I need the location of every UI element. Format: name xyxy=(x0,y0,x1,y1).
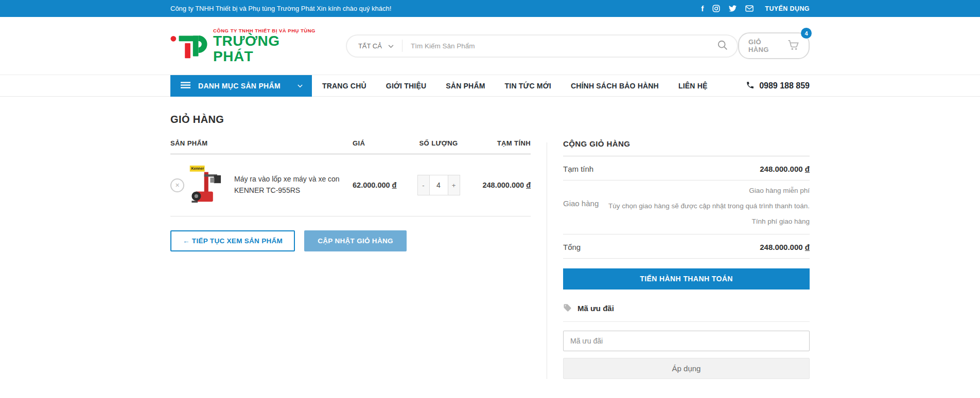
main-menu: TRANG CHỦ GIỚI THIỆU SẢN PHẨM TIN TỨC MỚ… xyxy=(312,75,717,97)
logo-title: TRƯỜNG PHÁT xyxy=(213,33,320,64)
tag-icon xyxy=(563,303,572,314)
logo-mark-icon xyxy=(170,30,207,62)
search-category-select[interactable]: TẤT CẢ xyxy=(347,42,402,50)
vertical-divider xyxy=(547,142,547,379)
cart-icon xyxy=(787,40,799,52)
topbar: Công ty TNHH Thiết bị và Phụ tùng Trường… xyxy=(0,0,980,17)
currency-symbol: đ xyxy=(526,181,531,189)
cart-count-badge: 4 xyxy=(801,28,812,39)
currency-symbol: đ xyxy=(805,243,810,251)
nav-item-products[interactable]: SẢN PHẨM xyxy=(436,82,495,90)
cart-button-wrap: GIỎ HÀNG 4 xyxy=(738,32,810,59)
logo-text: CÔNG TY TNHH THIẾT BỊ VÀ PHỤ TÙNG TRƯỜNG… xyxy=(213,28,320,64)
currency-symbol: đ xyxy=(805,165,810,173)
facebook-icon[interactable]: f xyxy=(701,5,704,12)
update-cart-button[interactable]: CẬP NHẬT GIỎ HÀNG xyxy=(304,230,407,251)
chevron-down-icon xyxy=(297,84,303,88)
quantity-stepper: - + xyxy=(417,175,460,195)
shipping-row: Giao hàng Giao hàng miễn phí Tùy chọn gi… xyxy=(563,180,810,234)
cart-table: SẢN PHẨM GIÁ SỐ LƯỢNG TẠM TÍNH × Kenner xyxy=(170,139,531,379)
total-row: Tổng 248.000.000 đ xyxy=(563,234,810,259)
chevron-down-icon xyxy=(388,42,394,50)
calculate-shipping-link[interactable]: Tính phí giao hàng xyxy=(608,216,810,227)
shipping-label: Giao hàng xyxy=(563,199,599,227)
currency-symbol: đ xyxy=(392,181,397,189)
shipping-note: Tùy chọn giao hàng sẽ được cập nhật tron… xyxy=(608,201,810,212)
quantity-decrease-button[interactable]: - xyxy=(418,175,429,195)
quantity-increase-button[interactable]: + xyxy=(448,175,460,195)
total-label: Tổng xyxy=(563,243,581,251)
coupon-input[interactable] xyxy=(563,331,810,351)
column-subtotal: TẠM TÍNH xyxy=(469,139,531,147)
table-row: × Kenner xyxy=(170,154,531,216)
coupon-title: Mã ưu đãi xyxy=(577,304,614,313)
cart-totals-title: CỘNG GIỎ HÀNG xyxy=(563,139,810,156)
navbar: DANH MỤC SẢN PHẨM TRANG CHỦ GIỚI THIỆU S… xyxy=(0,75,980,97)
quantity-input[interactable] xyxy=(429,175,448,195)
total-value: 248.000.000 đ xyxy=(760,243,810,251)
checkout-button[interactable]: TIẾN HÀNH THANH TOÁN xyxy=(563,268,810,290)
nav-item-contact[interactable]: LIÊN HỆ xyxy=(669,82,717,90)
column-product: SẢN PHẨM xyxy=(170,139,353,147)
cart-actions: ← TIẾP TỤC XEM SẢN PHẨM CẬP NHẬT GIỎ HÀN… xyxy=(170,216,531,251)
page-title: GIỎ HÀNG xyxy=(170,114,810,125)
search-icon xyxy=(717,40,728,52)
product-name-link[interactable]: Máy ra vào lốp xe máy và xe con KENNER T… xyxy=(234,174,353,196)
continue-shopping-button[interactable]: ← TIẾP TỤC XEM SẢN PHẨM xyxy=(170,230,295,251)
company-logo[interactable]: CÔNG TY TNHH THIẾT BỊ VÀ PHỤ TÙNG TRƯỜNG… xyxy=(170,28,320,64)
search-input[interactable] xyxy=(402,42,708,50)
nav-item-home[interactable]: TRANG CHỦ xyxy=(312,82,376,90)
subtotal-row: Tạm tính 248.000.000 đ xyxy=(563,156,810,180)
cart-button-label: GIỎ HÀNG xyxy=(748,38,782,53)
header: CÔNG TY TNHH THIẾT BỊ VÀ PHỤ TÙNG TRƯỜNG… xyxy=(0,17,980,75)
instagram-icon[interactable] xyxy=(712,5,720,12)
column-price: GIÁ xyxy=(353,139,408,147)
hamburger-icon xyxy=(181,82,190,90)
cart-table-header: SẢN PHẨM GIÁ SỐ LƯỢNG TẠM TÍNH xyxy=(170,139,531,154)
subtotal-value: 248.000.000 đ xyxy=(760,165,810,173)
item-subtotal: 248.000.000 đ xyxy=(469,181,531,189)
remove-item-button[interactable]: × xyxy=(170,178,184,192)
phone-number: 0989 188 859 xyxy=(759,81,810,91)
product-image[interactable]: Kenner xyxy=(189,164,234,207)
page: Công ty TNHH Thiết bị và Phụ tùng Trường… xyxy=(0,0,980,398)
catalog-menu-label: DANH MỤC SẢN PHẨM xyxy=(198,82,281,90)
free-shipping-text: Giao hàng miễn phí xyxy=(608,186,810,196)
search-button[interactable] xyxy=(708,35,737,57)
search-bar: TẤT CẢ xyxy=(346,34,738,58)
apply-coupon-button[interactable]: Áp dụng xyxy=(563,358,810,379)
subtotal-label: Tạm tính xyxy=(563,165,593,173)
cart-totals: CỘNG GIỎ HÀNG Tạm tính 248.000.000 đ Gia… xyxy=(563,139,810,379)
nav-item-warranty-policy[interactable]: CHÍNH SÁCH BẢO HÀNH xyxy=(561,82,669,90)
shipping-info: Giao hàng miễn phí Tùy chọn giao hàng sẽ… xyxy=(608,186,810,227)
catalog-menu-button[interactable]: DANH MỤC SẢN PHẨM xyxy=(170,75,312,97)
nav-item-news[interactable]: TIN TỨC MỚI xyxy=(495,82,561,90)
coupon-section-header: Mã ưu đãi xyxy=(563,303,810,322)
twitter-icon[interactable] xyxy=(729,5,737,12)
search-category-value: TẤT CẢ xyxy=(358,42,382,50)
topbar-right: f TUYỂN DỤNG xyxy=(701,5,810,12)
nav-item-about[interactable]: GIỚI THIỆU xyxy=(376,82,436,90)
phone-icon xyxy=(746,81,755,92)
cart-button[interactable]: GIỎ HÀNG xyxy=(738,32,810,59)
phone-link[interactable]: 0989 188 859 xyxy=(746,75,810,97)
column-quantity: SỐ LƯỢNG xyxy=(408,139,469,147)
item-price: 62.000.000 đ xyxy=(353,181,408,189)
welcome-message: Công ty TNHH Thiết bị và Phụ tùng Trường… xyxy=(170,5,391,12)
main-content: GIỎ HÀNG SẢN PHẨM GIÁ SỐ LƯỢNG TẠM TÍNH … xyxy=(170,97,810,379)
recruitment-link[interactable]: TUYỂN DỤNG xyxy=(765,5,810,12)
svg-text:Kenner: Kenner xyxy=(191,166,204,171)
email-icon[interactable] xyxy=(745,5,754,12)
